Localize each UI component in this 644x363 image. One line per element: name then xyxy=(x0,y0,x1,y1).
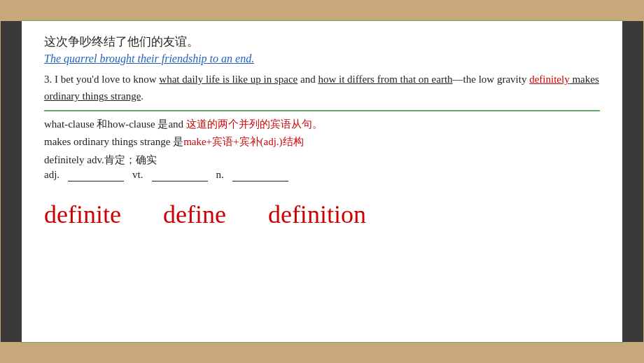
word-definition: definition xyxy=(268,200,366,229)
sentence-underline1: what daily life is like up in space xyxy=(159,74,298,85)
adj-line: adj. vt. n. xyxy=(44,169,600,182)
side-bar-left xyxy=(1,21,22,342)
divider xyxy=(44,110,600,111)
annotation-line-3: definitely adv.肯定；确实 xyxy=(44,151,600,170)
sentence-period: . xyxy=(141,90,144,102)
adj-blank xyxy=(68,169,124,182)
annotation3-prefix: definitely adv. xyxy=(44,154,104,165)
adj-label: adj. xyxy=(44,169,59,181)
annotation1-prefix: what-clause 和how-clause 是and xyxy=(44,118,186,130)
annotation-line-2: makes ordinary things strange 是make+宾语+宾… xyxy=(44,133,600,151)
sentence-underline2: how it differs from that on earth xyxy=(318,74,452,85)
word-definite: definite xyxy=(44,200,121,229)
annotation2-prefix: makes ordinary things strange 是 xyxy=(44,136,183,147)
sentence-and: and xyxy=(298,74,318,85)
english-sentence: The quarrel brought their friendship to … xyxy=(44,53,600,65)
vt-blank xyxy=(152,169,208,182)
annotation1-red: 这道的两个并列的宾语从句。 xyxy=(186,118,323,130)
sentence-part1: I bet you'd love to know xyxy=(55,74,159,85)
sentence-block: 3. I bet you'd love to know what daily l… xyxy=(44,71,600,104)
word-define: define xyxy=(163,200,226,229)
sentence-dash: —the low gravity xyxy=(453,74,530,85)
annotation3-chinese: 肯定；确实 xyxy=(104,154,157,165)
definite-row: definite define definition xyxy=(44,200,600,229)
n-blank xyxy=(232,169,288,182)
chinese-header: 这次争吵终结了他们的友谊。 xyxy=(44,34,600,50)
sentence-definitely: definitely xyxy=(529,74,569,85)
annotation2-red: make+宾语+宾补(adj.)结构 xyxy=(183,136,303,147)
n-label: n. xyxy=(216,169,224,181)
annotation-line-1: what-clause 和how-clause 是and 这道的两个并列的宾语从… xyxy=(44,116,600,134)
sentence-number: 3. xyxy=(44,74,52,85)
slide: 这次争吵终结了他们的友谊。 The quarrel brought their … xyxy=(21,20,623,343)
side-bar-right xyxy=(622,21,643,342)
vt-label: vt. xyxy=(132,169,143,181)
